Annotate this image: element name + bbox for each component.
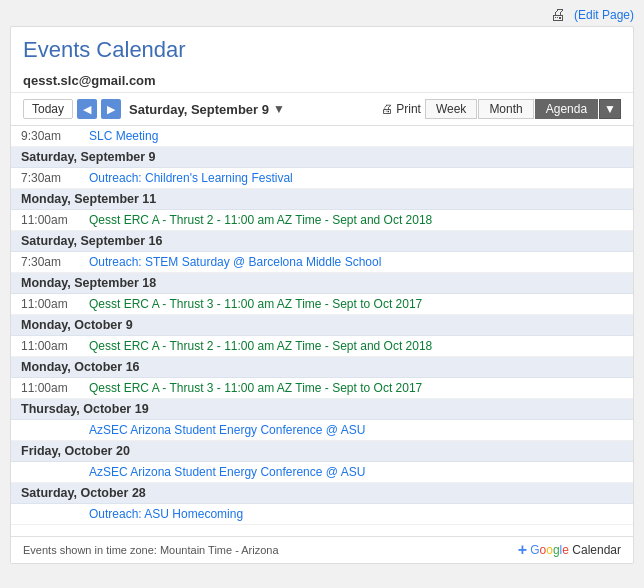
- print-button[interactable]: 🖨 Print: [381, 102, 421, 116]
- calendar-header: Today ◀ ▶ Saturday, September 9 ▼ 🖨 Prin…: [11, 93, 633, 126]
- day-header-row: Saturday, September 9: [11, 147, 633, 168]
- day-header-row: Monday, October 9: [11, 315, 633, 336]
- date-dropdown-icon[interactable]: ▼: [273, 102, 285, 116]
- footer-bar: Events shown in time zone: Mountain Time…: [11, 536, 633, 563]
- event-time: 11:00am: [21, 339, 89, 353]
- event-row: 11:00am Qesst ERC A - Thrust 2 - 11:00 a…: [11, 336, 633, 357]
- tab-month[interactable]: Month: [478, 99, 533, 119]
- event-row: 7:30am Outreach: Children's Learning Fes…: [11, 168, 633, 189]
- event-time: 7:30am: [21, 255, 89, 269]
- gcal-label: Google Calendar: [530, 543, 621, 557]
- day-header-row: Monday, October 16: [11, 357, 633, 378]
- top-bar: 🖨 (Edit Page): [0, 0, 644, 26]
- events-list[interactable]: 9:30am SLC Meeting Saturday, September 9…: [11, 126, 633, 536]
- event-link[interactable]: Outreach: STEM Saturday @ Barcelona Midd…: [89, 255, 381, 269]
- event-time: 11:00am: [21, 381, 89, 395]
- day-header-row: Friday, October 20: [11, 441, 633, 462]
- event-link[interactable]: Qesst ERC A - Thrust 3 - 11:00 am AZ Tim…: [89, 297, 422, 311]
- event-row: 11:00am Qesst ERC A - Thrust 3 - 11:00 a…: [11, 378, 633, 399]
- event-row: 11:00am Qesst ERC A - Thrust 2 - 11:00 a…: [11, 210, 633, 231]
- event-row: AzSEC Arizona Student Energy Conference …: [11, 462, 633, 483]
- event-row: Outreach: ASU Homecoming: [11, 504, 633, 525]
- event-time: 9:30am: [21, 129, 89, 143]
- event-time: 11:00am: [21, 213, 89, 227]
- event-time: 7:30am: [21, 171, 89, 185]
- today-button[interactable]: Today: [23, 99, 73, 119]
- next-button[interactable]: ▶: [101, 99, 121, 119]
- gcal-plus-icon: +: [518, 541, 527, 559]
- edit-page-link[interactable]: (Edit Page): [574, 8, 634, 22]
- calendar-title: Events Calendar: [11, 27, 633, 69]
- calendar-wrapper: Events Calendar qesst.slc@gmail.com Toda…: [10, 26, 634, 564]
- print-icon: 🖨: [381, 102, 393, 116]
- day-header-row: Saturday, October 28: [11, 483, 633, 504]
- printer-icon[interactable]: 🖨: [550, 6, 566, 24]
- event-row: AzSEC Arizona Student Energy Conference …: [11, 420, 633, 441]
- event-link[interactable]: Qesst ERC A - Thrust 3 - 11:00 am AZ Tim…: [89, 381, 422, 395]
- event-link[interactable]: Qesst ERC A - Thrust 2 - 11:00 am AZ Tim…: [89, 339, 432, 353]
- event-link[interactable]: Outreach: ASU Homecoming: [89, 507, 243, 521]
- event-link[interactable]: Outreach: Children's Learning Festival: [89, 171, 293, 185]
- current-date: Saturday, September 9: [129, 102, 269, 117]
- day-header-row: Thursday, October 19: [11, 399, 633, 420]
- day-header-row: Saturday, September 16: [11, 231, 633, 252]
- day-header-row: Monday, September 11: [11, 189, 633, 210]
- view-tabs: Week Month Agenda ▼: [425, 99, 621, 119]
- day-header-row: Monday, September 18: [11, 273, 633, 294]
- tab-agenda[interactable]: Agenda: [535, 99, 598, 119]
- account-email: qesst.slc@gmail.com: [23, 73, 156, 88]
- agenda-dropdown-icon[interactable]: ▼: [599, 99, 621, 119]
- google-calendar-button[interactable]: + Google Calendar: [518, 541, 621, 559]
- account-bar: qesst.slc@gmail.com: [11, 69, 633, 93]
- event-link[interactable]: Qesst ERC A - Thrust 2 - 11:00 am AZ Tim…: [89, 213, 432, 227]
- page-container: 🖨 (Edit Page) Events Calendar qesst.slc@…: [0, 0, 644, 588]
- event-link[interactable]: SLC Meeting: [89, 129, 158, 143]
- event-row: 7:30am Outreach: STEM Saturday @ Barcelo…: [11, 252, 633, 273]
- event-row: 9:30am SLC Meeting: [11, 126, 633, 147]
- prev-button[interactable]: ◀: [77, 99, 97, 119]
- print-label: Print: [396, 102, 421, 116]
- event-row: 11:00am Qesst ERC A - Thrust 3 - 11:00 a…: [11, 294, 633, 315]
- event-link[interactable]: AzSEC Arizona Student Energy Conference …: [89, 423, 365, 437]
- event-link[interactable]: AzSEC Arizona Student Energy Conference …: [89, 465, 365, 479]
- timezone-label: Events shown in time zone: Mountain Time…: [23, 544, 279, 556]
- tab-week[interactable]: Week: [425, 99, 477, 119]
- event-time: 11:00am: [21, 297, 89, 311]
